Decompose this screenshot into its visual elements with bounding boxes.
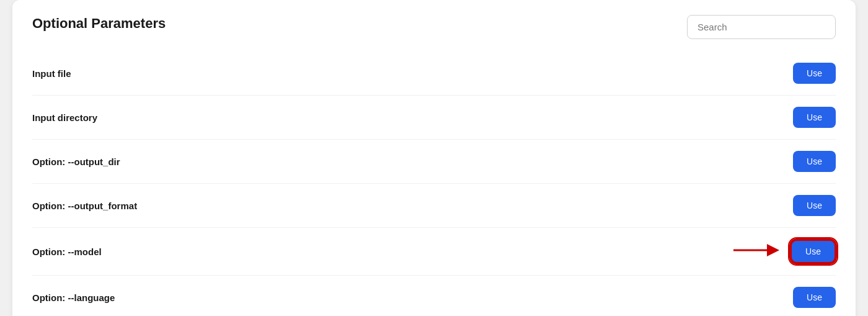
param-row-right-model: Use bbox=[731, 239, 836, 264]
use-button-input-file[interactable]: Use bbox=[793, 63, 836, 84]
param-row-right-language: Use bbox=[793, 287, 836, 308]
param-label-output-format: Option: --output_format bbox=[32, 201, 137, 211]
param-row-right-input-directory: Use bbox=[793, 107, 836, 128]
param-row-model: Option: --model Use bbox=[32, 228, 836, 276]
param-label-input-directory: Input directory bbox=[32, 112, 97, 123]
param-row-language: Option: --languageUse bbox=[32, 276, 836, 316]
param-row-input-file: Input fileUse bbox=[32, 52, 836, 96]
param-row-right-output-dir: Use bbox=[793, 151, 836, 172]
optional-parameters-card: Optional Parameters Input fileUseInput d… bbox=[12, 0, 856, 316]
param-row-right-input-file: Use bbox=[793, 63, 836, 84]
param-label-model: Option: --model bbox=[32, 246, 102, 257]
annotation-arrow-icon bbox=[731, 239, 781, 261]
use-button-language[interactable]: Use bbox=[793, 287, 836, 308]
card-header: Optional Parameters bbox=[32, 15, 836, 39]
param-label-input-file: Input file bbox=[32, 68, 71, 79]
card-title: Optional Parameters bbox=[32, 15, 166, 33]
param-row-right-output-format: Use bbox=[793, 195, 836, 216]
use-button-output-format[interactable]: Use bbox=[793, 195, 836, 216]
use-button-input-directory[interactable]: Use bbox=[793, 107, 836, 128]
svg-marker-1 bbox=[767, 244, 779, 256]
annotation-arrow-wrapper bbox=[731, 239, 781, 264]
param-row-input-directory: Input directoryUse bbox=[32, 96, 836, 140]
search-input[interactable] bbox=[687, 15, 836, 39]
params-list: Input fileUseInput directoryUseOption: -… bbox=[32, 52, 836, 316]
param-label-output-dir: Option: --output_dir bbox=[32, 156, 120, 167]
param-row-output-dir: Option: --output_dirUse bbox=[32, 140, 836, 184]
use-button-model[interactable]: Use bbox=[790, 240, 836, 263]
use-button-output-dir[interactable]: Use bbox=[793, 151, 836, 172]
param-row-output-format: Option: --output_formatUse bbox=[32, 184, 836, 228]
param-label-language: Option: --language bbox=[32, 292, 115, 303]
